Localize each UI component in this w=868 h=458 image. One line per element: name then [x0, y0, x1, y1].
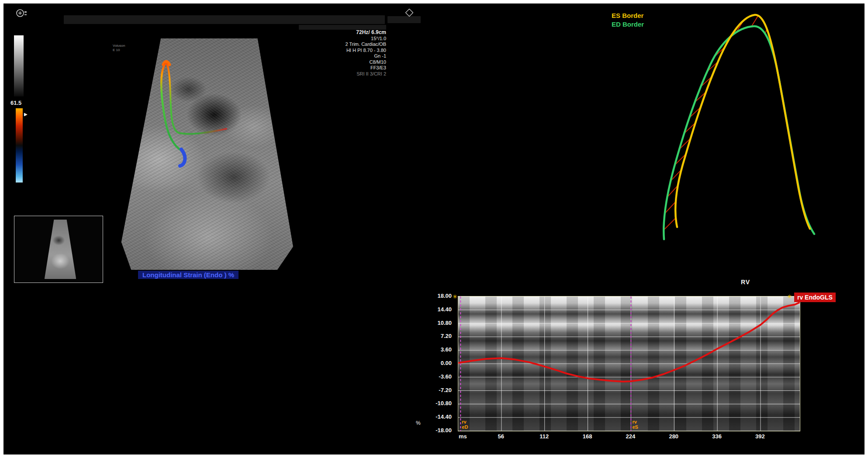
image-info-line: 2 Trim. Cardiac/OB — [283, 41, 386, 48]
redacted-info-bar — [387, 16, 421, 23]
chart-x-axis-labels: ms56112168224280336392 — [458, 433, 799, 442]
image-info-line: HI H PI 8.70 - 3.80 — [283, 48, 386, 54]
strain-curve — [458, 303, 800, 382]
measurement-caption: Longitudinal Strain (Endo ) % — [138, 271, 239, 279]
image-info-line: 15°/1.0 — [283, 36, 386, 42]
y-tick-label: 14.40 — [410, 306, 452, 313]
chart-y-axis-unit: % — [416, 420, 421, 426]
x-tick-label: 224 — [621, 433, 640, 440]
strain-basal-segment — [180, 149, 185, 166]
phase-label-line: eS — [632, 424, 638, 430]
vendor-logo-icon — [15, 8, 28, 21]
colorbar-marker-icon[interactable]: ▶ — [24, 112, 28, 117]
strain-chart-plot: rveDrveS — [458, 296, 800, 431]
border-legend: ES Border ED Border — [612, 11, 644, 29]
phase-label: rveD — [462, 419, 468, 430]
ed-border-label: ED Border — [612, 20, 644, 29]
es-border-path — [675, 15, 810, 229]
hatch-line — [751, 16, 758, 27]
ultrasound-screen: 61.5 ▶ Voluson E 10 Longitu — [3, 3, 865, 455]
image-thumbnail[interactable] — [14, 216, 103, 283]
x-tick-label: 280 — [664, 433, 683, 440]
strain-trace-overlay — [100, 38, 297, 270]
badge-star-icon: ✳ — [787, 293, 792, 300]
ed-border-path — [664, 26, 814, 239]
image-info-line: 72Hz/ 6.9cm — [283, 30, 386, 36]
phase-label-line: rv — [632, 419, 638, 424]
secondary-logo-icon — [405, 9, 413, 17]
y-tick-label: 18.00 — [410, 293, 452, 299]
y-tick-label: -18.00 — [410, 427, 452, 434]
gray-map-value: 61.5 — [10, 100, 21, 106]
y-tick-label: -7.20 — [410, 387, 452, 393]
rv-border-trace — [650, 10, 833, 254]
image-info-line: SRI II 3/CRI 2 — [283, 71, 386, 77]
curve-name-badge: rv EndoGLS — [794, 293, 836, 302]
strain-right-limb — [167, 64, 226, 134]
white-frame: 61.5 ▶ Voluson E 10 Longitu — [0, 0, 868, 458]
y-tick-label: -3.60 — [410, 373, 452, 380]
strain-color-map-bar — [16, 108, 23, 183]
es-border-label: ES Border — [612, 11, 644, 20]
x-tick-label: 336 — [707, 433, 726, 440]
x-tick-label: 112 — [535, 433, 554, 440]
phase-label: rveS — [632, 419, 638, 430]
y-tick-label: 3.60 — [410, 346, 452, 353]
grayscale-map-bar — [14, 35, 24, 96]
machine-watermark: Voluson E 10 — [113, 44, 125, 52]
image-info-line: FF3/E3 — [283, 65, 386, 71]
redacted-patient-info-bar — [64, 15, 385, 24]
strain-left-limb — [161, 64, 183, 152]
y-tick-label: -10.80 — [410, 400, 452, 406]
chart-corner-star-icon: ✳ — [453, 293, 457, 300]
x-tick-label: 56 — [491, 433, 511, 440]
watermark-line: E 10 — [113, 48, 125, 52]
phase-label-line: eD — [462, 424, 468, 430]
phase-label-line: rv — [462, 419, 468, 424]
image-info-line: C8/M10 — [283, 59, 386, 65]
image-info-line: Gn -1 — [283, 53, 386, 59]
region-label: RV — [741, 279, 750, 286]
watermark-line: Voluson — [113, 44, 125, 48]
y-tick-label: 7.20 — [410, 333, 452, 339]
hatch-line — [664, 218, 676, 230]
strain-chart-svg — [458, 296, 800, 431]
image-info: 72Hz/ 6.9cm15°/1.02 Trim. Cardiac/OBHI H… — [283, 30, 386, 77]
chart-y-axis-labels: 18.0014.4010.807.203.600.00-3.60-7.20-10… — [410, 296, 454, 430]
thumbnail-sector — [45, 220, 76, 279]
x-tick-label: 392 — [750, 433, 770, 440]
y-tick-label: -14.40 — [410, 413, 452, 420]
x-tick-label: 168 — [578, 433, 597, 440]
y-tick-label: 0.00 — [410, 360, 452, 366]
y-tick-label: 10.80 — [410, 320, 452, 326]
x-axis-unit-label: ms — [459, 433, 467, 440]
